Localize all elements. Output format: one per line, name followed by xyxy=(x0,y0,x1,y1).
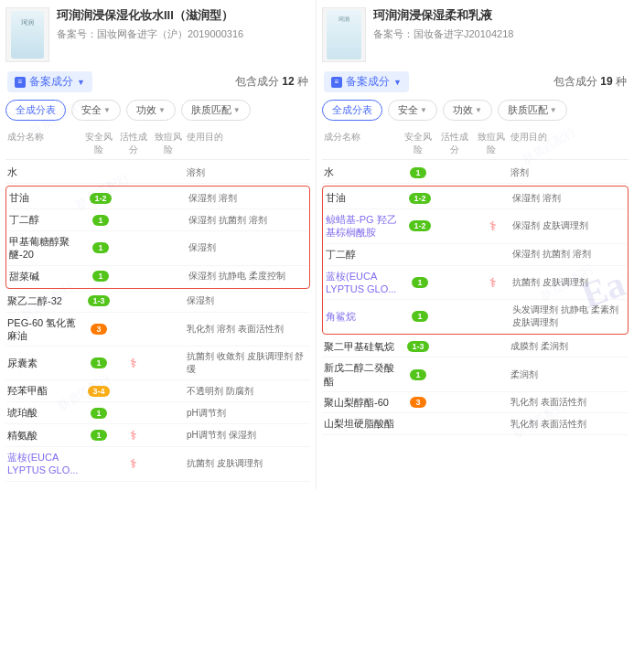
safe-badge: 1 xyxy=(91,408,106,419)
usage-cell: 保湿剂 xyxy=(187,294,308,307)
left-section-text: 备案成分 xyxy=(29,74,73,90)
safe-badge-cell: 1-2 xyxy=(84,193,117,204)
right-th-safe: 安全风险 xyxy=(401,131,435,156)
usage-cell: 保湿剂 皮肤调理剂 xyxy=(512,219,625,232)
ingredient-name: 丁二醇 xyxy=(9,213,82,227)
table-row: 丁二醇 1 保湿剂 抗菌剂 溶剂 xyxy=(7,209,308,231)
left-section-label[interactable]: ≡ 备案成分 ▼ xyxy=(7,71,92,92)
usage-cell: 乳化剂 溶剂 表面活性剂 xyxy=(187,323,308,336)
table-row: 丁二醇 保湿剂 抗菌剂 溶剂 xyxy=(324,244,627,266)
usage-cell: 溶剂 xyxy=(510,166,627,179)
right-section-count: 包含成分 19 种 xyxy=(553,74,627,90)
right-product-header: 珂润 珂润润浸保湿柔和乳液 备案号：国妆备进字J20104218 xyxy=(322,7,629,62)
table-row: 聚二甲基硅氧烷 1-3 成膜剂 柔润剂 xyxy=(322,336,629,357)
usage-cell: pH调节剂 保湿剂 xyxy=(187,429,308,442)
usage-cell: 成膜剂 柔润剂 xyxy=(510,340,627,353)
ingredient-name: 羟苯甲酯 xyxy=(7,384,81,398)
right-th-name: 成分名称 xyxy=(324,131,399,156)
right-filter-all[interactable]: 全成分表 xyxy=(322,100,382,121)
ingredient-name: PEG-60 氢化蓖麻油 xyxy=(7,316,81,343)
right-filter-bar: 全成分表 安全 ▼ 功效 ▼ 肤质匹配 ▼ xyxy=(322,100,629,121)
active-icon: ⚕ xyxy=(130,356,137,370)
safe-badge-cell: 1 xyxy=(82,357,115,368)
ingredient-name: 新戊二醇二癸酸酯 xyxy=(324,361,399,388)
ingredient-name: 聚二甲基硅氧烷 xyxy=(324,340,399,353)
ingredient-name: 鲸蜡基-PG 羟乙基棕榈酰胺 xyxy=(326,213,401,240)
right-filter-safe[interactable]: 安全 ▼ xyxy=(388,100,437,121)
usage-cell: 抗菌剂 收敛剂 皮肤调理剂 舒缓 xyxy=(187,350,308,376)
acne-cell: ⚕ xyxy=(476,219,510,233)
left-product-image xyxy=(5,7,49,62)
left-th-safe: 安全风险 xyxy=(82,131,115,156)
safe-badge: 3 xyxy=(410,397,425,408)
left-filter-skin[interactable]: 肤质匹配 ▼ xyxy=(181,100,251,121)
safe-badge-cell: 1-3 xyxy=(401,341,435,352)
usage-cell: 乳化剂 表面活性剂 xyxy=(510,396,627,409)
table-row: 尿囊素 1 ⚕ 抗菌剂 收敛剂 皮肤调理剂 舒缓 xyxy=(5,347,310,380)
left-section-header: ≡ 备案成分 ▼ 包含成分 12 种 xyxy=(5,71,310,92)
table-row: 甘油 1-2 保湿剂 溶剂 xyxy=(7,187,308,209)
safe-badge: 3-4 xyxy=(88,386,109,397)
ingredient-name: 山梨坦硬脂酸酯 xyxy=(324,417,399,430)
safe-badge: 1 xyxy=(412,311,427,322)
usage-cell: 保湿剂 溶剂 xyxy=(188,192,306,205)
right-section-text: 备案成分 xyxy=(346,74,390,90)
left-product-reg: 备案号：国妆网备进字（沪）2019000316 xyxy=(57,27,310,41)
safe-badge: 1 xyxy=(92,271,108,282)
safe-badge: 3 xyxy=(91,324,106,335)
table-row: 甘油 1-2 保湿剂 溶剂 xyxy=(324,187,627,209)
safe-badge: 1 xyxy=(91,430,106,441)
ingredient-name: 蓝桉(EUCA LYPTUS GLO... xyxy=(7,451,81,477)
safe-badge-cell: 1 xyxy=(401,369,435,380)
usage-cell: 抗菌剂 皮肤调理剂 xyxy=(187,457,308,470)
right-product-info: 珂润润浸保湿柔和乳液 备案号：国妆备进字J20104218 xyxy=(373,7,629,41)
ingredient-name: 甲基葡糖醇聚醚-20 xyxy=(9,235,82,261)
left-product-title: 珂润润浸保湿化妆水III（滋润型） xyxy=(57,7,310,24)
right-filter-effect[interactable]: 功效 ▼ xyxy=(443,100,492,121)
right-red-box-group: 甘油 1-2 保湿剂 溶剂 鲸蜡基-PG 羟乙基棕榈酰胺 1-2 xyxy=(322,186,629,335)
left-th-name: 成分名称 xyxy=(7,131,81,156)
table-row: 鲸蜡基-PG 羟乙基棕榈酰胺 1-2 ⚕ 保湿剂 皮肤调理剂 xyxy=(324,209,627,244)
right-section-label[interactable]: ≡ 备案成分 ▼ xyxy=(324,71,409,92)
ingredient-name: 琥珀酸 xyxy=(7,406,81,420)
right-section-header: ≡ 备案成分 ▼ 包含成分 19 种 xyxy=(322,71,629,92)
ingredient-name: 甘油 xyxy=(9,191,82,205)
left-filter-effect[interactable]: 功效 ▼ xyxy=(126,100,176,121)
left-product-info: 珂润润浸保湿化妆水III（滋润型） 备案号：国妆网备进字（沪）201900031… xyxy=(57,7,310,41)
safe-badge-cell: 1 xyxy=(82,408,115,419)
usage-cell: 柔润剂 xyxy=(510,368,627,381)
table-row: PEG-60 氢化蓖麻油 3 乳化剂 溶剂 表面活性剂 xyxy=(5,313,310,347)
table-row: 蓝桉(EUCA LYPTUS GLO... ⚕ 抗菌剂 皮肤调理剂 xyxy=(5,447,310,482)
safe-badge: 1-2 xyxy=(409,220,430,231)
table-row: 水 1 溶剂 xyxy=(322,162,629,184)
usage-cell: 溶剂 xyxy=(187,166,308,179)
ingredient-name: 蓝桉(EUCA LYPTUS GLO... xyxy=(326,270,401,296)
right-product-reg: 备案号：国妆备进字J20104218 xyxy=(373,27,629,41)
safe-badge: 1-2 xyxy=(90,193,111,204)
right-table-body: 水 1 溶剂 甘油 1-2 保湿剂 溶剂 xyxy=(322,162,629,435)
left-section-count: 包含成分 12 种 xyxy=(235,74,308,90)
safe-badge-cell: 3 xyxy=(82,324,115,335)
safe-badge-cell: 1-2 xyxy=(403,193,437,204)
safe-badge-cell: 1 xyxy=(82,430,115,441)
safe-badge-cell: 1 xyxy=(84,271,117,282)
ingredient-name: 聚山梨醇酯-60 xyxy=(324,396,399,409)
safe-badge-cell: 1 xyxy=(84,242,117,253)
safe-badge-cell: 1-2 xyxy=(403,220,437,231)
safe-badge-cell: 1 xyxy=(403,311,437,322)
safe-badge: 1 xyxy=(92,242,108,253)
usage-cell: 保湿剂 抗菌剂 溶剂 xyxy=(512,248,625,261)
safe-badge: 1 xyxy=(412,277,427,288)
left-filter-safe[interactable]: 安全 ▼ xyxy=(71,100,121,121)
right-filter-skin[interactable]: 肤质匹配 ▼ xyxy=(498,100,567,121)
ingredient-name: 水 xyxy=(324,165,399,179)
left-filter-all[interactable]: 全成分表 xyxy=(5,100,66,121)
safe-badge: 1-2 xyxy=(409,193,430,204)
acne-icon: ⚕ xyxy=(489,219,497,233)
usage-cell: 不透明剂 防腐剂 xyxy=(187,385,308,398)
acne-cell: ⚕ xyxy=(476,275,510,290)
active-icon: ⚕ xyxy=(130,456,137,471)
left-section-arrow: ▼ xyxy=(77,78,85,87)
table-row: 山梨坦硬脂酸酯 乳化剂 表面活性剂 xyxy=(322,413,629,434)
left-th-usage: 使用目的 xyxy=(187,131,308,156)
